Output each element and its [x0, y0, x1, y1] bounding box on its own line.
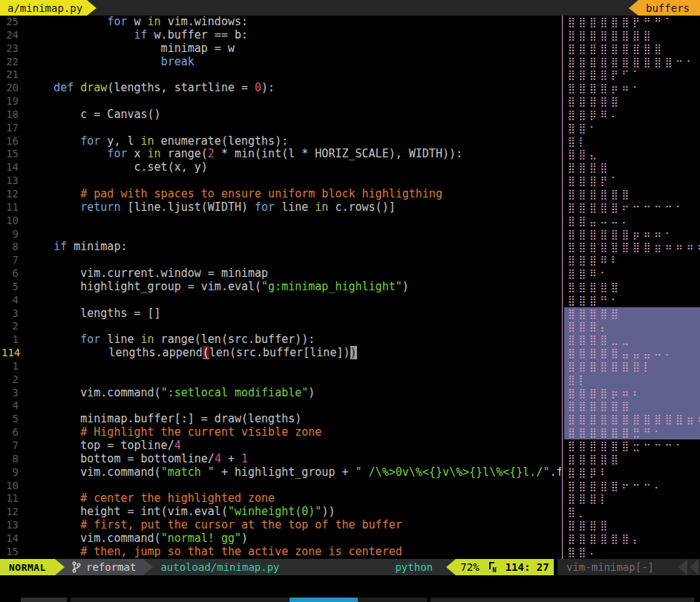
minimap-row[interactable]: ⣿⣿⣿⣿⣿	[564, 453, 700, 466]
minimap-row-highlighted[interactable]: ⣿⡇	[564, 373, 700, 387]
code-line[interactable]: 25 for w in vim.windows:	[0, 16, 561, 29]
minimap-row[interactable]: ⣿⣿⣿⣿⣿⣿⣿⣿	[564, 29, 700, 42]
code-line[interactable]: 8 bottom = bottomline/4 + 1	[0, 453, 561, 466]
minimap-row[interactable]: ⣿⣿⣿⣿⣿⣿	[564, 188, 700, 201]
code-line[interactable]: 21	[0, 68, 561, 82]
code-text: break	[27, 56, 194, 69]
code-line[interactable]: 19	[0, 95, 561, 108]
minimap-row[interactable]: ⣿⣿⣿⠿⠇	[564, 254, 700, 267]
minimap-row[interactable]: ⣿⣿⣿⣿	[564, 161, 700, 174]
minimap-row[interactable]: ⣿⣿⣿⣿⣿⣿⡄	[564, 532, 700, 546]
minimap-row[interactable]: ⣿⣿⣿⠛⠂	[564, 294, 700, 307]
line-number: 4	[0, 399, 19, 413]
code-line[interactable]: 13 # first, put the cursor at the top of…	[0, 519, 561, 532]
mode-label: NORMAL	[9, 562, 46, 573]
code-line[interactable]: 18 c = Canvas()	[0, 108, 561, 122]
minimap-row[interactable]: ⣿⣿⠿⠂	[564, 267, 700, 281]
minimap-row-highlighted[interactable]: ⣿⣿⣿⣿⣿⣤⣤⣤⠤⠄	[564, 347, 700, 360]
minimap-row[interactable]: ⣿⣿⣿⣿⣿⠖⠒⠒⠄	[564, 480, 700, 493]
code-line[interactable]: 16 for y, l in enumerate(lengths):	[0, 135, 561, 148]
line-number: 20	[0, 82, 19, 95]
line-number: 23	[0, 42, 19, 56]
code-line[interactable]: 15 for x in range(2 * min(int(l * HORIZ_…	[0, 148, 561, 161]
code-line[interactable]: 6 vim.current.window = minimap	[0, 267, 561, 281]
code-text: top = topline/4	[27, 439, 181, 453]
code-line[interactable]: 23 minimap = w	[0, 42, 561, 56]
code-line[interactable]: 1 for line in range(len(src.buffer)):	[0, 333, 561, 347]
minimap-row[interactable]: ⣿⣿⡿⠿⠄	[564, 108, 700, 122]
minimap-row-highlighted[interactable]: ⣿⣿⣿⣿⡶⠶⠆	[564, 387, 700, 400]
minimap-row[interactable]: ⣿⣿⠂	[564, 122, 700, 135]
code-line[interactable]: 9 vim.command("match " + highlight_group…	[0, 466, 561, 480]
minimap-row[interactable]: ⣿⣿⣿⣿⡶⠶⠂	[564, 82, 700, 95]
code-line[interactable]: 20 def draw(lengths, startline = 0):	[0, 82, 561, 95]
code-line[interactable]: 2	[0, 373, 561, 387]
minimap-row[interactable]: ⣿⣿⣤⠤⠤⠄	[564, 215, 700, 228]
minimap-row[interactable]: ⣿⣿⣿⣿⣿⣿⡶⠶⠶⠂	[564, 228, 700, 241]
minimap-row[interactable]: ⣿⣿⣿⣿⣿⣿⡟⠛⠛⠁	[564, 16, 700, 29]
minimap-row[interactable]: ⣿⣿⣿⡇	[564, 492, 700, 506]
code-line[interactable]: 15 # then, jump so that the active zone …	[0, 546, 561, 559]
line-number: 22	[0, 56, 19, 69]
minimap-row[interactable]: ⣿⣿⠄	[564, 546, 700, 559]
minimap-row[interactable]: ⣿⣿⣿⡟⠁	[564, 174, 700, 188]
tab-active-file[interactable]: a/minimap.py	[0, 0, 87, 16]
code-line[interactable]: 1	[0, 360, 561, 373]
code-line[interactable]: 7	[0, 254, 561, 267]
code-line[interactable]: 7 top = topline/4	[0, 439, 561, 453]
minimap-pane[interactable]: ⣿⣿⣿⣿⣿⣿⡟⠛⠛⠁⣿⣿⣿⣿⣿⣿⣿⣿⣿⣿⣿⣿⣿⣿⣿⣿⣿⣿⣿⣿⣿⣿⣿⣿⣿⣿⣿⠒⠂⣿…	[564, 16, 700, 559]
minimap-row-highlighted[interactable]: ⣿⣿⣿⣿⣀⣀	[564, 333, 700, 347]
minimap-row-highlighted[interactable]: ⣿⣿⣿⣿⣿⣿	[564, 399, 700, 413]
code-line[interactable]: 14 vim.command("normal! gg")	[0, 532, 561, 546]
code-line[interactable]: 22 break	[0, 56, 561, 69]
code-line[interactable]: 3 lengths = []	[0, 307, 561, 321]
code-line[interactable]: 24 if w.buffer == b:	[0, 29, 561, 42]
minimap-row[interactable]: ⣿⣿⡿⠇	[564, 466, 700, 480]
code-line[interactable]: 11 return [line.ljust(WIDTH) for line in…	[0, 201, 561, 215]
code-line[interactable]: 8 if minimap:	[0, 241, 561, 254]
minimap-row[interactable]: ⣿⣿⣿⣿⣿	[564, 95, 700, 108]
minimap-row[interactable]: ⣿⣿⣿⣿⣿⠖⠒⠒⠒⠒⠂	[564, 201, 700, 215]
code-line[interactable]: 13	[0, 174, 561, 188]
minimap-row-highlighted[interactable]: ⣿⣿⣿⡄	[564, 320, 700, 333]
minimap-row[interactable]: ⣿⣿⣿⣿⣿⣿⣒⠒⠒⠒⠂	[564, 439, 700, 453]
code-line[interactable]: 10	[0, 480, 561, 493]
taskbar-strip[interactable]	[0, 598, 700, 602]
minimap-row[interactable]: ⣿⣿⣿⣿	[564, 519, 700, 532]
minimap-row-highlighted[interactable]: ⣿⣿⣿⣿⣿⣿⣿⣿⣿⣿⣿⣶⠶⠶⠄	[564, 413, 700, 426]
tab-buffers[interactable]: buffers	[638, 0, 700, 16]
code-line[interactable]: 3 vim.command(":setlocal modifiable")	[0, 387, 561, 400]
code-line[interactable]: 12 height = int(vim.eval("winheight(0)")…	[0, 506, 561, 519]
code-line[interactable]: 5 minimap.buffer[:] = draw(lengths)	[0, 413, 561, 426]
code-line[interactable]: 6 # Highlight the current visible zone	[0, 426, 561, 439]
minimap-row-highlighted[interactable]: ⣿⣿⣿⣿⣿⣿⣛⠛⠂	[564, 426, 700, 439]
minimap-row[interactable]: ⣿⣿⣿⣿⣿⣿⣿⣿⣿	[564, 42, 700, 56]
code-line[interactable]: 12 # pad with spaces to ensure uniform b…	[0, 188, 561, 201]
code-line[interactable]: 4	[0, 399, 561, 413]
window-vertical-separator[interactable]	[562, 16, 563, 559]
powerline-separator	[446, 559, 456, 575]
minimap-row[interactable]: ⣿⡀	[564, 506, 700, 519]
minimap-row[interactable]: ⣿⣿⣿⣿⣿	[564, 281, 700, 294]
minimap-row[interactable]: ⣿⣿⣄	[564, 148, 700, 161]
code-line[interactable]: 2	[0, 320, 561, 333]
line-number: 16	[0, 135, 19, 148]
code-line[interactable]: 4	[0, 294, 561, 307]
code-line[interactable]: 17	[0, 122, 561, 135]
minimap-row[interactable]: ⣿⡇	[564, 135, 700, 148]
code-line[interactable]: 5 highlight_group = vim.eval("g:minimap_…	[0, 281, 561, 294]
code-line[interactable]: 10	[0, 215, 561, 228]
cursor-position-segment: 72% 114: 27	[456, 559, 554, 575]
line-number: 3	[0, 387, 19, 400]
minimap-row[interactable]: ⣿⣿⣿⣿⣿⣿⣿⣿⣿⣿⠒⠂	[564, 56, 700, 69]
code-line[interactable]: 114 lengths.append(len(src.buffer[line])…	[0, 347, 561, 360]
code-area[interactable]: 25 for w in vim.windows:24 if w.buffer =…	[0, 16, 561, 559]
minimap-row[interactable]: ⣿⣿⣿⣿⣿⣿⣿⣿⣶⠶⠶⠶⠖⠂	[564, 241, 700, 254]
minimap-row[interactable]: ⣿⣿⣿⣿⡟⠋⠁	[564, 68, 700, 82]
code-line[interactable]: 14 c.set(x, y)	[0, 161, 561, 174]
minimap-row-highlighted[interactable]: ⣿⣿⣿⣿⣿⣿⣿⡇	[564, 360, 700, 373]
code-line[interactable]: 9	[0, 228, 561, 241]
minimap-row-highlighted[interactable]: ⣿⣿⣿⣿⣿	[564, 307, 700, 321]
tabline: a/minimap.py buffers	[0, 0, 700, 16]
code-line[interactable]: 11 # center the highlighted zone	[0, 492, 561, 506]
